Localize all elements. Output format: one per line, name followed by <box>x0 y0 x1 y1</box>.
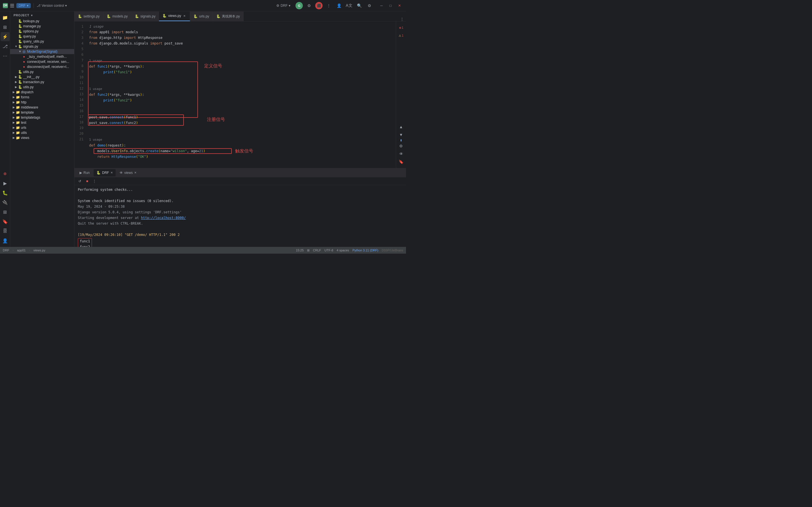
tree-item-lookups[interactable]: 🐍 lookups.py <box>10 18 74 24</box>
activity-more[interactable]: ⋯ <box>1 51 10 60</box>
activity-database[interactable]: 🗄 <box>1 227 10 236</box>
tab-signals[interactable]: 🐍 signals.py <box>131 11 159 21</box>
project-selector[interactable]: DRF ▾ <box>16 3 31 8</box>
panel-stop-btn[interactable]: ■ <box>84 178 90 184</box>
gutter-warnings[interactable]: ⚠ 1 <box>397 32 405 40</box>
editor-area: 🐍 settings.py 🐍 models.py 🐍 signals.py 🐍… <box>74 11 406 247</box>
gutter-icon-1[interactable]: ⚙ <box>397 142 405 150</box>
more-options-icon[interactable]: ⋮ <box>325 2 333 10</box>
tree-item-utils-inner[interactable]: 🐍 utils.py <box>10 69 74 74</box>
tree-item-options[interactable]: 🐍 options.py <box>10 29 74 34</box>
status-time: 15:25 <box>296 248 304 252</box>
user-avatar[interactable]: G <box>295 2 303 9</box>
code-line-9 <box>86 80 396 86</box>
maximize-button[interactable]: □ <box>387 2 394 9</box>
run-button[interactable]: ⚙ DRF ▾ <box>273 3 293 8</box>
activity-bar: 📁 ⊞ ⚡ ⎇ ⋯ ⊗ ▶ 🐛 🔌 ⊞ 🔖 🗄 👤 <box>0 11 10 247</box>
tree-item-connect[interactable]: ● connect(self, receiver, sen... <box>10 59 74 64</box>
activity-project[interactable]: 📁 <box>1 13 10 22</box>
tree-item-test[interactable]: ▶ 📁 test <box>10 120 74 125</box>
tree-item-http[interactable]: ▶ 📁 http <box>10 100 74 105</box>
tree-item-forms[interactable]: ▶ 📁 forms <box>10 95 74 100</box>
panel-tab-drf[interactable]: 🐍 DRF ✕ <box>94 169 116 176</box>
tab-close-views[interactable]: ✕ <box>182 14 186 18</box>
activity-error[interactable]: ⊗ <box>1 169 10 178</box>
tab-urls[interactable]: 🐍 urls.py <box>190 11 213 21</box>
tree-item-dispatch[interactable]: ▶ 📁 dispatch <box>10 90 74 95</box>
tree-item-urls[interactable]: ▶ 📁 urls <box>10 125 74 130</box>
title-bar-left: DR DRF ▾ ⎇ Version control ▾ <box>3 3 271 8</box>
settings-icon[interactable]: ⚙ <box>365 2 373 10</box>
tree-item-modelsignal[interactable]: ▼ ◎ ModelSignal(Signal) <box>10 49 74 54</box>
tree-item-transaction[interactable]: ▶ 🐍 transaction.py <box>10 79 74 84</box>
record-button[interactable]: ⬛ <box>315 2 323 9</box>
status-breadcrumb1[interactable]: app01 <box>17 248 25 252</box>
tab-views[interactable]: 🐍 views.py ✕ <box>159 11 190 21</box>
activity-bookmark[interactable]: 🔖 <box>1 217 10 226</box>
search-icon[interactable]: 🔍 <box>355 2 363 10</box>
status-encoding[interactable]: UTF-8 <box>325 248 333 252</box>
breadcrumb-views: views.py <box>34 248 45 252</box>
status-breadcrumb2[interactable]: views.py <box>34 248 45 252</box>
tree-label: middleware <box>21 105 38 109</box>
activity-debug[interactable]: 🐛 <box>1 188 10 197</box>
minimize-button[interactable]: ─ <box>378 2 385 9</box>
panel-tab-run[interactable]: ▶ Run <box>77 169 93 176</box>
tree-item-query[interactable]: 🐍 query.py <box>10 34 74 39</box>
gutter-up[interactable]: ▲ <box>397 123 405 131</box>
views-tab-close[interactable]: ✕ <box>134 171 137 174</box>
tree-item-signals[interactable]: ▼ 🐍 signals.py <box>10 44 74 49</box>
gutter-icon-3[interactable]: 🔖 <box>397 158 405 166</box>
tree-item-middleware[interactable]: ▶ 📁 middleware <box>10 105 74 110</box>
gutter-down[interactable]: ▼ <box>397 131 405 139</box>
expand-arrow-signals: ▼ <box>14 45 18 49</box>
status-indent[interactable]: 4 spaces <box>337 248 349 252</box>
gutter-notifications[interactable]: ⊗ 1 <box>397 24 405 32</box>
hamburger-menu[interactable] <box>10 3 15 8</box>
gutter-icon-2[interactable]: 👁 <box>397 150 405 158</box>
translate-icon[interactable]: A文 <box>345 2 353 10</box>
tab-models[interactable]: 🐍 models.py <box>103 11 131 21</box>
file-icon-manager: 🐍 <box>18 24 22 28</box>
version-control-btn[interactable]: ⎇ Version control ▾ <box>34 3 68 8</box>
tree-item-utils[interactable]: ▶ 🐍 utils.py <box>10 84 74 90</box>
drf-tab-close[interactable]: ✕ <box>111 171 113 174</box>
views-tab-icon: 👁 <box>119 171 123 175</box>
activity-plugins[interactable]: 🔌 <box>1 198 10 207</box>
panel-more-btn[interactable]: ⋮ <box>91 178 98 184</box>
tree-item-template[interactable]: ▶ 📁 template <box>10 110 74 115</box>
tree-item-views[interactable]: ▶ 📁 views <box>10 135 74 140</box>
tree-item-manager[interactable]: 🐍 manager.py <box>10 24 74 29</box>
server-link[interactable]: http://localhost:8000/ <box>141 216 186 220</box>
tree-item-lazy[interactable]: ● _lazy_method(self, meth... <box>10 54 74 59</box>
panel-tab-views[interactable]: 👁 views ✕ <box>117 169 139 176</box>
folder-icon-views: 📁 <box>16 136 20 140</box>
tab-more-button[interactable]: ⋮ <box>398 17 406 21</box>
code-content[interactable]: 1 usage from app01 import models from dj… <box>86 21 396 168</box>
add-user-icon[interactable]: 👤 <box>335 2 343 10</box>
activity-run[interactable]: ▶ <box>1 179 10 188</box>
tree-item-utils-folder[interactable]: ▶ 📁 utils <box>10 130 74 135</box>
status-language[interactable]: Python 3.11 (DRF) <box>353 248 378 252</box>
tree-item-query-utils[interactable]: 🐍 query_utils.py <box>10 39 74 44</box>
close-button[interactable]: ✕ <box>396 2 403 9</box>
activity-layers[interactable]: ⊞ <box>1 208 10 216</box>
panel-restart-btn[interactable]: ↺ <box>77 178 83 184</box>
activity-git[interactable]: ⎇ <box>1 42 10 51</box>
activity-structure[interactable]: ⚡ <box>1 32 10 41</box>
tree-item-init[interactable]: ▶ 🐍 __init__.py <box>10 74 74 79</box>
run-tab-icon: ▶ <box>79 171 82 175</box>
tab-offline[interactable]: 🐍 离线脚本.py <box>213 11 243 21</box>
plugins-icon[interactable]: ⚙ <box>305 2 313 10</box>
code-editor[interactable]: 12345 678910 1112131415 1617181920 21 1 … <box>74 21 396 168</box>
console-output[interactable]: Performing system checks... System check… <box>74 185 406 247</box>
sidebar: Project ▾ 🐍 lookups.py 🐍 manager.py 🐍 op… <box>10 11 74 247</box>
activity-search[interactable]: ⊞ <box>1 22 10 32</box>
activity-person[interactable]: 👤 <box>1 236 10 245</box>
tab-settings[interactable]: 🐍 settings.py <box>74 11 103 21</box>
tree-item-templatetags[interactable]: ▶ 📁 templatetags <box>10 115 74 120</box>
tree-item-disconnect[interactable]: ● disconnect(self, receiver=l... <box>10 64 74 69</box>
status-line-ending[interactable]: CRLF <box>313 248 321 252</box>
status-project[interactable]: DRF <box>3 248 9 252</box>
func-output-box: func1 func2 <box>78 238 92 247</box>
